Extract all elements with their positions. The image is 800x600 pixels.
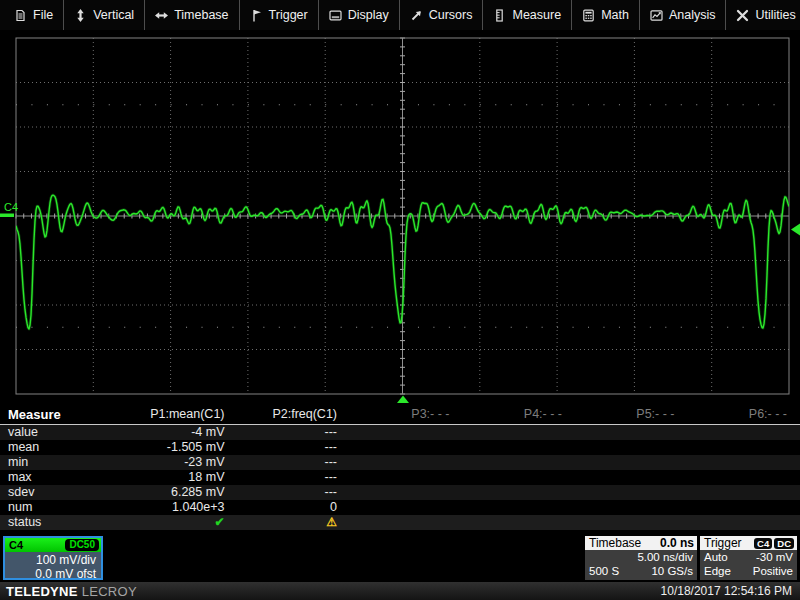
oscilloscope-screen: FileVerticalTimebaseTriggerDisplayCursor…: [0, 0, 800, 600]
measure-cell-p5: [565, 515, 678, 530]
channel-scale: 100 mV/div: [5, 553, 96, 567]
measure-column-p1[interactable]: P1:mean(C1): [115, 405, 228, 424]
menu-item-label: Utilities: [755, 8, 795, 22]
menu-item-label: Trigger: [269, 8, 308, 22]
measure-row-label: sdev: [0, 485, 115, 500]
measure-cell-p5: [565, 455, 678, 470]
trigger-label: Trigger: [704, 536, 742, 550]
timebase-descriptor[interactable]: Timebase 0.0 ns 5.00 ns/div 500 S 10 GS/…: [585, 536, 697, 580]
measure-cell-p5: [565, 425, 678, 440]
trigger-slope: Positive: [753, 564, 793, 578]
trigger-time-marker[interactable]: [397, 396, 409, 404]
measure-column-p3[interactable]: P3:- - -: [340, 405, 453, 424]
menubar: FileVerticalTimebaseTriggerDisplayCursor…: [0, 0, 800, 31]
measure-cell-p3: [340, 455, 453, 470]
measure-cell-p5: [565, 500, 678, 515]
measure-cell-p3: [340, 440, 453, 455]
menu-item-label: Analysis: [669, 8, 716, 22]
status-bar: TELEDYNE LECROY 10/18/2017 12:54:16 PM: [0, 582, 800, 600]
trigger-flag-icon: [250, 9, 263, 22]
timebase-label: Timebase: [589, 536, 641, 550]
channel-header: C4 DC50: [5, 538, 101, 552]
measure-cell-p1: -4 mV: [115, 425, 228, 440]
channel-coupling-badge: DC50: [65, 539, 99, 551]
tools-icon: [736, 9, 749, 22]
measure-cell-p6: [678, 515, 791, 530]
measure-row-status: status✔⚠: [0, 515, 800, 530]
trigger-type: Edge: [704, 564, 731, 578]
measure-cell-p3: [340, 470, 453, 485]
measure-row-label: max: [0, 470, 115, 485]
brand-lecroy: LECROY: [82, 584, 137, 599]
scope-graticule: C4: [0, 30, 800, 405]
measure-row-label: min: [0, 455, 115, 470]
timebase-header: Timebase 0.0 ns: [585, 536, 697, 550]
measure-cell-p2: ---: [228, 440, 341, 455]
warning-icon: ⚠: [228, 515, 341, 530]
calculator-icon: [582, 9, 595, 22]
measure-row-num: num1.040e+30: [0, 500, 800, 515]
check-icon: ✔: [115, 515, 228, 530]
measure-column-p2[interactable]: P2:freq(C1): [228, 405, 341, 424]
channel-name: C4: [9, 539, 23, 551]
menu-item-timebase[interactable]: Timebase: [145, 0, 239, 30]
measure-cell-p5: [565, 440, 678, 455]
channel-descriptor-c4[interactable]: C4 DC50 100 mV/div 0.0 mV ofst: [3, 536, 103, 580]
measure-cell-p4: [453, 455, 566, 470]
trigger-header: Trigger C4 DC: [700, 536, 797, 550]
menu-item-label: Display: [348, 8, 389, 22]
measure-title: Measure: [0, 405, 115, 424]
measure-cell-p6: [678, 500, 791, 515]
trigger-descriptor[interactable]: Trigger C4 DC Auto -30 mV Edge Positive: [700, 536, 797, 580]
trigger-level-marker[interactable]: [791, 224, 800, 236]
channel-offset: 0.0 mV ofst: [5, 567, 96, 581]
measure-cell-p1: 18 mV: [115, 470, 228, 485]
measure-cell-p5: [565, 470, 678, 485]
horizontal-arrows-icon: [155, 9, 168, 22]
menu-item-utilities[interactable]: Utilities: [726, 0, 800, 30]
channel-settings: 100 mV/div 0.0 mV ofst: [5, 552, 101, 581]
trigger-mode: Auto: [704, 550, 728, 564]
timebase-rate: 10 GS/s: [651, 564, 693, 578]
measure-column-p6[interactable]: P6:- - -: [678, 405, 791, 424]
measure-cell-p6: [678, 440, 791, 455]
measure-cell-p4: [453, 515, 566, 530]
display-icon: [329, 9, 342, 22]
menu-item-vertical[interactable]: Vertical: [64, 0, 145, 30]
trigger-source-badge: C4: [754, 538, 772, 549]
measure-row-min: min-23 mV---: [0, 455, 800, 470]
timebase-delay: 0.0 ns: [660, 536, 694, 550]
measure-cell-p6: [678, 470, 791, 485]
measure-cell-p1: -23 mV: [115, 455, 228, 470]
measure-row-label: mean: [0, 440, 115, 455]
menu-item-file[interactable]: File: [0, 0, 64, 30]
file-icon: [14, 9, 27, 22]
menu-item-label: Cursors: [429, 8, 473, 22]
measure-row-value: value-4 mV---: [0, 425, 800, 440]
menu-item-cursors[interactable]: Cursors: [400, 0, 484, 30]
measure-column-p5[interactable]: P5:- - -: [565, 405, 678, 424]
measure-column-p4[interactable]: P4:- - -: [453, 405, 566, 424]
measure-cell-p4: [453, 500, 566, 515]
trigger-coupling-badge: DC: [774, 538, 794, 549]
channel-position-marker[interactable]: C4: [4, 201, 18, 213]
menu-item-measure[interactable]: Measure: [483, 0, 572, 30]
measure-row-label: num: [0, 500, 115, 515]
measure-cell-p3: [340, 485, 453, 500]
channel-offset-indicator[interactable]: [0, 214, 14, 218]
measure-cell-p6: [678, 425, 791, 440]
measure-cell-p4: [453, 470, 566, 485]
timebase-samples: 500 S: [589, 564, 619, 578]
measure-cell-p3: [340, 515, 453, 530]
measure-cell-p2: ---: [228, 425, 341, 440]
menu-item-math[interactable]: Math: [572, 0, 640, 30]
measure-row-mean: mean-1.505 mV---: [0, 440, 800, 455]
measure-row-label: status: [0, 515, 115, 530]
menu-item-analysis[interactable]: Analysis: [640, 0, 727, 30]
measure-row-max: max18 mV---: [0, 470, 800, 485]
menu-item-trigger[interactable]: Trigger: [240, 0, 319, 30]
measure-cell-p4: [453, 485, 566, 500]
measure-cell-p2: ---: [228, 485, 341, 500]
waveform-display: C4: [0, 30, 800, 405]
menu-item-display[interactable]: Display: [319, 0, 400, 30]
